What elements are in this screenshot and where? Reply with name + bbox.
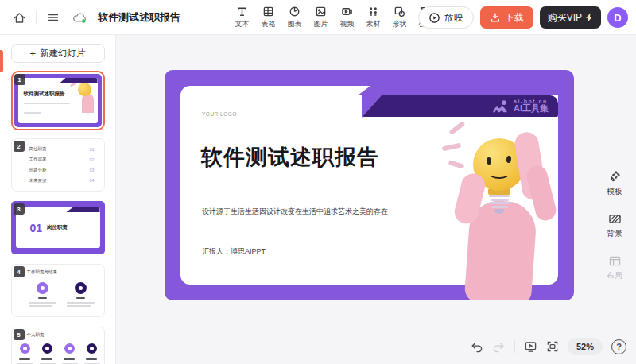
rail-label: 背景 — [607, 228, 622, 239]
tool-label: 表格 — [262, 19, 276, 29]
new-slide-button[interactable]: + 新建幻灯片 — [11, 44, 105, 63]
thumb1-subtitle-bar — [24, 103, 70, 104]
slide-thumbnail-1[interactable]: 1 软件测试述职报告 — [11, 71, 105, 130]
template-icon — [608, 169, 622, 183]
slide-thumbnail-5[interactable]: 5 个人职责 — [11, 327, 105, 364]
help-button[interactable]: ? — [611, 339, 626, 354]
vip-label: 购买VIP — [548, 11, 582, 25]
slide-editor[interactable]: ai-bot.cn AI工具集 YOUR LOGO 软件测试述职报告 设计源于生… — [165, 70, 574, 300]
cloud-saved-icon — [72, 11, 87, 24]
redo-button[interactable] — [492, 341, 506, 353]
thumb5-donut-2 — [42, 343, 52, 354]
thumb5-title: 个人职责 — [27, 332, 45, 338]
shapes-icon — [394, 6, 405, 17]
undo-icon — [470, 341, 483, 353]
layout-icon — [608, 255, 622, 267]
image-icon — [315, 6, 327, 17]
slide-thumbnail-2[interactable]: 2 岗位职责 01 工作成果 02 问题分析 03 — [11, 138, 105, 192]
rail-item-background[interactable]: 背景 — [607, 213, 622, 239]
panel-drag-handle[interactable] — [0, 50, 3, 72]
bulb-screw-base — [489, 195, 510, 214]
slide-presenter-textbox[interactable]: 汇报人：博思AIPPT — [202, 246, 266, 257]
thumb5-donut-4 — [87, 343, 97, 354]
tool-label: 文本 — [235, 19, 250, 29]
download-button[interactable]: 下载 — [480, 6, 533, 29]
thumb4-text-bar — [67, 305, 91, 307]
toc-label: 未来展望 — [29, 178, 47, 184]
slide-thumbnail-4[interactable]: 4 工作职责与结果 — [11, 264, 105, 317]
toc-number: 01 — [89, 147, 94, 152]
thumb1-presenter-bar — [24, 112, 41, 114]
tool-shapes[interactable]: 形状 — [386, 0, 413, 35]
bulb-hand-illustration[interactable] — [391, 70, 574, 300]
tool-text[interactable]: 文本 — [229, 0, 255, 35]
tool-image[interactable]: 图片 — [308, 0, 334, 35]
present-label: 放映 — [444, 11, 463, 25]
menu-button[interactable] — [44, 8, 63, 27]
thumb4-text-bar — [67, 302, 95, 304]
rail-item-template[interactable]: 模板 — [607, 169, 622, 197]
vip-bolt-icon — [585, 13, 593, 22]
slide-number: 2 — [14, 141, 25, 152]
thumb5-label-bar — [41, 358, 52, 360]
toc-number: 03 — [89, 168, 94, 172]
slide-thumbnail-3[interactable]: 3 01 岗位职责 — [11, 201, 105, 254]
thumb5-label-bar — [64, 358, 75, 360]
buy-vip-button[interactable]: 购买VIP — [540, 6, 601, 29]
slide-subtitle-textbox[interactable]: 设计源于生活生活因设计改变在生活中追求艺术之美的存在 — [202, 207, 388, 217]
toc-number: 04 — [89, 178, 94, 183]
tool-video[interactable]: 视频 — [334, 0, 360, 35]
slide-title-textbox[interactable]: 软件测试述职报告 — [201, 143, 379, 172]
video-icon — [341, 6, 353, 17]
zoom-level[interactable]: 52% — [568, 338, 603, 355]
rail-item-layout[interactable]: 布局 — [607, 255, 622, 281]
presenter-view-icon — [524, 340, 537, 353]
background-icon — [608, 213, 622, 225]
tool-chart[interactable]: 图表 — [281, 0, 308, 35]
thumb3-section: 01 岗位职责 — [30, 201, 68, 254]
thumb3-preview: 01 岗位职责 — [11, 201, 105, 254]
logo-placeholder[interactable]: YOUR LOGO — [202, 111, 237, 117]
tool-label: 素材 — [366, 19, 381, 29]
bulb-eye — [506, 156, 512, 164]
tool-label: 图片 — [314, 19, 328, 29]
editor-canvas[interactable]: ai-bot.cn AI工具集 YOUR LOGO 软件测试述职报告 设计源于生… — [116, 35, 636, 364]
toc-row: 工作成果 02 — [29, 157, 95, 162]
toc-label: 问题分析 — [29, 168, 47, 173]
undo-button[interactable] — [470, 341, 483, 353]
thumb4-preview: 工作职责与结果 — [11, 264, 105, 317]
present-button[interactable]: 放映 — [418, 6, 474, 29]
toc-label: 岗位职责 — [29, 146, 47, 152]
sparkle-dash — [442, 143, 462, 152]
toc-row: 问题分析 03 — [29, 168, 95, 173]
top-toolbar: 软件测试述职报告 文本 表格 图表 图片 视频 — [0, 0, 636, 35]
slide-number: 1 — [14, 74, 25, 85]
toc-row: 岗位职责 01 — [29, 146, 95, 152]
thumb5-donut-1 — [20, 343, 30, 354]
tool-label: 视频 — [340, 19, 355, 29]
thumb4-donut-1 — [37, 282, 48, 294]
user-avatar[interactable]: D — [607, 7, 628, 28]
home-icon — [13, 11, 26, 25]
download-icon — [490, 12, 501, 23]
thumb4-label-bar — [76, 297, 85, 299]
slide-panel: + 新建幻灯片 1 软件测试述职报告 2 岗位职责 — [0, 35, 116, 364]
thumb4-title: 工作职责与结果 — [27, 269, 58, 275]
redo-icon — [492, 341, 506, 353]
home-button[interactable] — [10, 8, 29, 27]
toc-number: 02 — [89, 157, 94, 162]
new-slide-label: 新建幻灯片 — [40, 48, 86, 60]
tool-label: 图表 — [288, 19, 302, 29]
fit-screen-button[interactable] — [546, 340, 559, 353]
rail-label: 模板 — [607, 186, 622, 197]
bulb-smile — [489, 168, 510, 179]
right-rail: 模板 背景 布局 — [593, 70, 636, 364]
thumb1-hand — [82, 94, 94, 113]
presenter-view-button[interactable] — [524, 340, 537, 353]
band-slant — [362, 95, 382, 118]
thumb2-preview: 岗位职责 01 工作成果 02 问题分析 03 未来展望 04 — [11, 138, 105, 192]
document-title[interactable]: 软件测试述职报告 — [98, 10, 180, 25]
tool-assets[interactable]: 素材 — [360, 0, 386, 35]
tool-table[interactable]: 表格 — [255, 0, 281, 35]
cloud-sync-status — [70, 8, 89, 27]
